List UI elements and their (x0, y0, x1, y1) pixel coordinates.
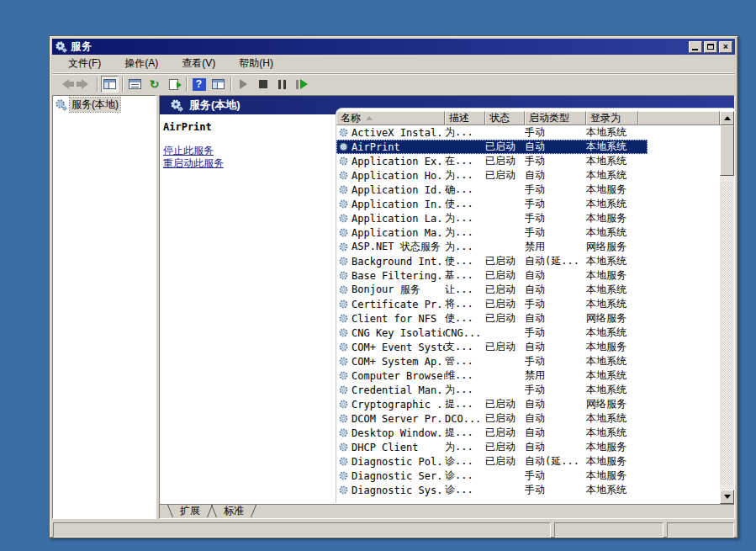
cell-logon-as: 网络服务 (586, 240, 638, 254)
vertical-scrollbar[interactable] (720, 111, 734, 504)
table-row[interactable]: COM+ System Ap...管...手动本地系统 (336, 354, 720, 368)
minimize-button[interactable] (689, 41, 702, 53)
cell-name: Diagnostic Sys... (352, 485, 445, 496)
table-row[interactable]: COM+ Event System支...已启动自动本地服务 (336, 340, 720, 354)
export-list-button[interactable] (165, 76, 182, 93)
cell-logon-as: 本地服务 (586, 211, 638, 225)
cell-description: CNG... (445, 327, 485, 339)
status-panel-right (667, 522, 734, 538)
refresh-button[interactable]: ↻ (145, 76, 163, 93)
table-row[interactable]: Application Ho...为...已启动自动本地系统 (336, 168, 720, 183)
table-row[interactable]: Bonjour 服务让...已启动自动本地系统 (336, 283, 720, 297)
cell-name: Certificate Pr... (352, 299, 445, 310)
cell-name: Application Ex... (352, 156, 445, 167)
table-row[interactable]: Application La...为...手动本地服务 (336, 211, 720, 225)
tree-item-services-local[interactable]: 服务(本地) (53, 96, 156, 114)
column-header-startup-type[interactable]: 启动类型 (525, 111, 586, 125)
show-console-tree-button[interactable] (101, 76, 119, 93)
cell-logon-as: 本地系统 (586, 140, 638, 154)
scroll-down-button[interactable] (720, 490, 734, 504)
table-row[interactable]: Diagnostic Pol...诊...已启动自动(延...本地服务 (336, 454, 720, 469)
table-row[interactable]: Application Ex...在...已启动手动本地系统 (336, 154, 720, 168)
cell-description: 为... (445, 240, 485, 254)
down-arrow-icon (724, 495, 731, 499)
show-action-pane-button[interactable] (209, 76, 227, 93)
cell-name: Application Id... (352, 184, 445, 196)
cell-name: Cryptographic ... (352, 399, 445, 411)
column-header-logon-as[interactable]: 登录为 (586, 111, 638, 125)
restart-service-link[interactable]: 重启动此服务 (163, 157, 336, 170)
table-row[interactable]: AirPrint已启动自动本地系统 (336, 140, 648, 154)
title-bar[interactable]: 服务 × (52, 39, 735, 55)
table-row[interactable]: CNG Key IsolationCNG...手动本地系统 (336, 326, 720, 340)
table-row[interactable]: DCOM Server Pr...DCO...已启动自动本地系统 (336, 411, 720, 426)
table-row[interactable]: Base Filtering...基...已启动自动本地服务 (336, 268, 720, 283)
export-list-icon (169, 79, 178, 90)
cell-description: 使... (445, 197, 485, 211)
scrollbar-thumb[interactable] (720, 125, 734, 176)
cell-description: 为... (445, 383, 485, 397)
cell-description: 在... (445, 154, 485, 168)
table-row[interactable]: Client for NFS使...已启动自动网络服务 (336, 311, 720, 326)
tab-extended[interactable]: 扩展 (170, 505, 210, 517)
help-icon: ? (193, 78, 206, 91)
tab-standard[interactable]: 标准 (214, 505, 254, 517)
cell-logon-as: 本地服务 (586, 440, 638, 454)
back-button[interactable] (56, 76, 74, 93)
cell-name: Application In... (352, 199, 445, 210)
scroll-up-button[interactable] (720, 111, 734, 125)
service-gear-icon (338, 442, 349, 453)
cell-logon-as: 本地系统 (586, 125, 638, 140)
start-service-button[interactable] (235, 76, 252, 93)
up-arrow-icon (724, 116, 731, 120)
table-row[interactable]: Diagnostic Sys...诊...手动本地系统 (336, 483, 720, 497)
menu-view[interactable]: 查看(V) (174, 55, 223, 72)
forward-button[interactable] (76, 76, 93, 93)
service-gear-icon (338, 399, 349, 410)
table-row[interactable]: ASP.NET 状态服务为...禁用网络服务 (336, 240, 720, 254)
cell-name: Application La... (352, 213, 445, 225)
table-row[interactable]: Application In...使...手动本地系统 (336, 197, 720, 211)
list-header: 名称 描述 状态 启动类型 登录为 (336, 111, 720, 125)
help-button[interactable]: ? (190, 76, 208, 93)
service-gear-icon (338, 427, 349, 438)
menu-file[interactable]: 文件(F) (61, 55, 108, 72)
cell-logon-as: 本地系统 (586, 254, 638, 268)
column-header-description[interactable]: 描述 (445, 111, 485, 125)
table-row[interactable]: Computer Browser维...禁用本地系统 (336, 368, 720, 383)
cell-name: Base Filtering... (352, 270, 445, 282)
maximize-button[interactable] (704, 41, 717, 53)
table-row[interactable]: Certificate Pr...将...已启动手动本地系统 (336, 297, 720, 311)
service-gear-icon (338, 456, 349, 467)
cell-description: 使... (445, 311, 485, 326)
table-row[interactable]: Background Int...使...已启动自动(延...本地系统 (336, 254, 720, 268)
table-row[interactable]: Application Id...确...手动本地服务 (336, 183, 720, 197)
table-row[interactable]: Credential Man...为...手动本地系统 (336, 383, 720, 397)
column-header-name[interactable]: 名称 (336, 111, 445, 125)
stop-service-link[interactable]: 停止此服务 (163, 145, 336, 157)
table-row[interactable]: ActiveX Instal...为...手动本地系统 (336, 125, 720, 140)
cell-description: 为... (445, 211, 485, 225)
menu-help[interactable]: 帮助(H) (231, 55, 281, 72)
table-row[interactable]: DHCP Client为...已启动自动本地服务 (336, 440, 720, 454)
table-row[interactable]: Desktop Window...提...已启动自动本地系统 (336, 426, 720, 440)
pause-service-button[interactable] (273, 76, 291, 93)
cell-startup-type: 自动 (525, 340, 586, 354)
scrollbar-track[interactable] (720, 176, 734, 490)
stop-service-button[interactable] (254, 76, 272, 93)
close-button[interactable]: × (719, 41, 732, 53)
cell-description: 基... (445, 268, 485, 283)
service-gear-icon (338, 213, 349, 224)
menu-action[interactable]: 操作(A) (117, 55, 166, 72)
restart-service-button[interactable] (293, 76, 310, 93)
play-icon (240, 79, 247, 89)
cell-description: 使... (445, 254, 485, 268)
table-row[interactable]: Diagnostic Ser...诊...手动本地服务 (336, 469, 720, 483)
cell-logon-as: 本地系统 (586, 225, 638, 240)
table-row[interactable]: Cryptographic ...提...已启动自动网络服务 (336, 397, 720, 411)
properties-button[interactable] (126, 76, 144, 93)
toolbar-separator (97, 77, 98, 92)
cell-logon-as: 本地系统 (586, 283, 638, 297)
table-row[interactable]: Application Ma...为...手动本地系统 (336, 225, 720, 240)
column-header-status[interactable]: 状态 (485, 111, 525, 125)
